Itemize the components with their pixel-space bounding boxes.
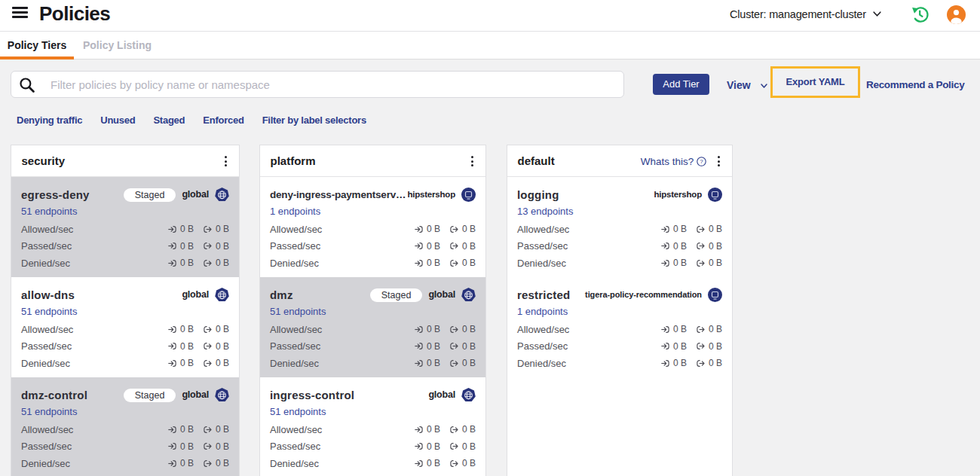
svg-text:?: ? bbox=[700, 158, 703, 165]
